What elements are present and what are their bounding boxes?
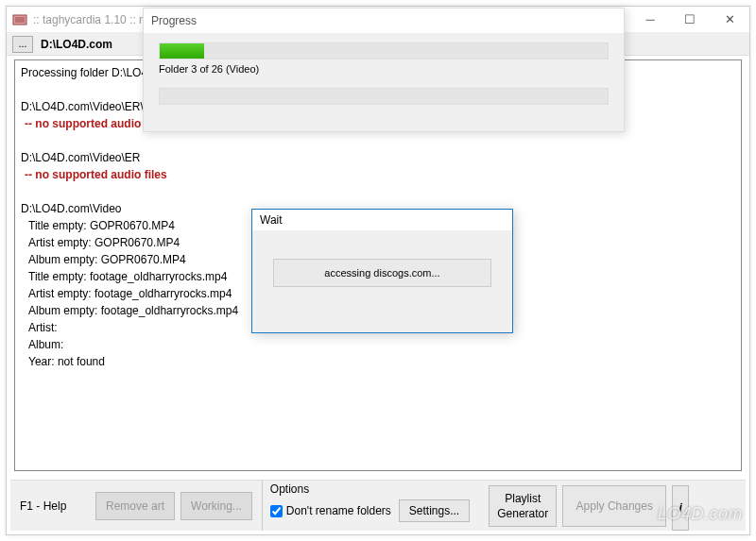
help-label: F1 - Help [10,481,95,531]
maximize-button[interactable]: ☐ [670,7,710,32]
log-line: Album: [21,336,735,353]
log-line [21,183,735,200]
info-button[interactable]: i [672,485,689,531]
log-line: D:\LO4D.com\Video\ER [21,149,735,166]
close-button[interactable]: ✕ [710,7,749,32]
progress-text-1: Folder 3 of 26 (Video) [159,63,609,75]
progress-title: Progress [144,8,624,33]
current-path: D:\LO4D.com [41,38,112,51]
window-controls: ─ ☐ ✕ [630,7,749,32]
log-line: Year: not found [21,353,735,370]
options-title: Options [270,482,475,496]
wait-title: Wait [252,210,512,230]
minimize-button[interactable]: ─ [630,7,670,32]
log-line [21,132,735,149]
bottom-bar: F1 - Help Remove art Working... Options … [10,480,746,531]
wait-dialog: Wait accessing discogs.com... [251,209,513,333]
progress-bar-1 [159,42,609,59]
dont-rename-checkbox[interactable] [270,505,283,517]
log-line-error: -- no supported audio files [21,166,735,183]
apply-changes-button[interactable]: Apply Changes [562,485,666,527]
browse-folder-button[interactable]: ... [12,36,33,53]
wait-message: accessing discogs.com... [273,259,491,287]
options-group: Options Don't rename folders Settings... [262,481,483,531]
app-icon [12,12,27,27]
settings-button[interactable]: Settings... [399,499,470,522]
progress-bar-2 [159,88,609,105]
playlist-generator-button[interactable]: PlaylistGenerator [489,485,557,527]
remove-art-button[interactable]: Remove art [95,492,175,520]
progress-bar-1-fill [160,43,204,59]
working-button[interactable]: Working... [180,492,252,520]
checkbox-text: Don't rename folders [286,504,391,517]
progress-dialog: Progress Folder 3 of 26 (Video) [143,8,625,132]
dont-rename-checkbox-label[interactable]: Don't rename folders [270,504,391,517]
